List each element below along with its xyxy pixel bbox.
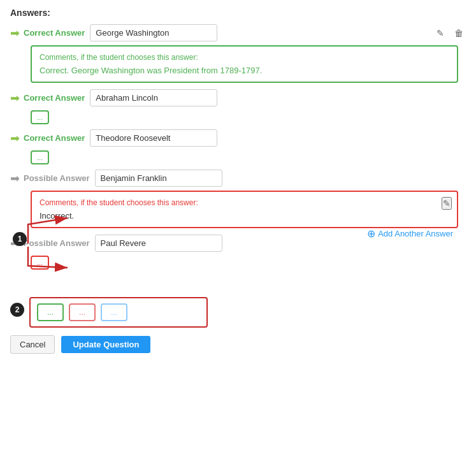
add-another-plus-icon: ⊕ [367,228,375,240]
add-another-answer-btn[interactable]: ⊕ Add Another Answer [0,228,453,240]
answer-input-4[interactable] [95,170,222,187]
answer-row-1: ➡ Correct Answer ✎ 🗑 [10,24,466,41]
comment-label-1: Comments, if the student chooses this an… [40,53,449,62]
answer-type-label-1: Correct Answer [24,28,85,38]
add-another-label: Add Another Answer [378,229,453,238]
comment-toggle-btn-3[interactable]: ... [31,150,49,164]
action-buttons: Cancel Update Question [10,335,466,354]
answers-section: Answers: ➡ Correct Answer ✎ 🗑 Comments, … [10,8,466,354]
answer-row-4: ➡ Possible Answer [10,170,466,187]
bottom-tab-green[interactable]: ... [37,303,64,321]
comment-box-1: Comments, if the student chooses this an… [31,45,458,83]
bottom-tabs-area: ... ... ... [29,297,208,328]
edit-answer-button-1[interactable]: ✎ [434,27,447,40]
comment-box-4: Comments, if the student chooses this an… [31,191,458,228]
answer-input-2[interactable] [90,89,217,106]
correct-arrow-icon-2: ➡ [10,91,20,105]
comment-text-4: Incorrect. [40,211,449,221]
edit-comment-btn-4[interactable]: ✎ [442,197,452,210]
comment-toggle-btn-2[interactable]: ... [31,110,49,124]
answer-type-label-2: Correct Answer [24,93,85,103]
cancel-button[interactable]: Cancel [10,335,55,354]
answer-type-label-3: Correct Answer [24,133,85,143]
comment-label-4: Comments, if the student chooses this an… [40,198,449,207]
answer-type-label-4: Possible Answer [24,173,90,183]
possible-arrow-icon-4: ➡ [10,171,20,185]
annotation-circle-2: 2 [10,303,24,317]
comment-text-1: Correct. George Washington was President… [40,66,449,75]
answer-input-1[interactable] [90,24,217,41]
answer-input-3[interactable] [90,129,217,147]
answer-row-2: ➡ Correct Answer [10,89,466,106]
answer-row-3: ➡ Correct Answer [10,129,466,147]
update-question-button[interactable]: Update Question [61,336,150,353]
bottom-tab-blue[interactable]: ... [101,303,127,321]
answer-type-label-5: Possible Answer [24,238,90,248]
correct-arrow-icon-1: ➡ [10,26,20,40]
correct-arrow-icon-3: ➡ [10,131,20,145]
bottom-tab-red[interactable]: ... [69,303,96,321]
answers-label: Answers: [10,8,466,18]
delete-answer-button-1[interactable]: 🗑 [452,27,466,40]
comment-toggle-btn-5[interactable]: ... [31,256,49,270]
